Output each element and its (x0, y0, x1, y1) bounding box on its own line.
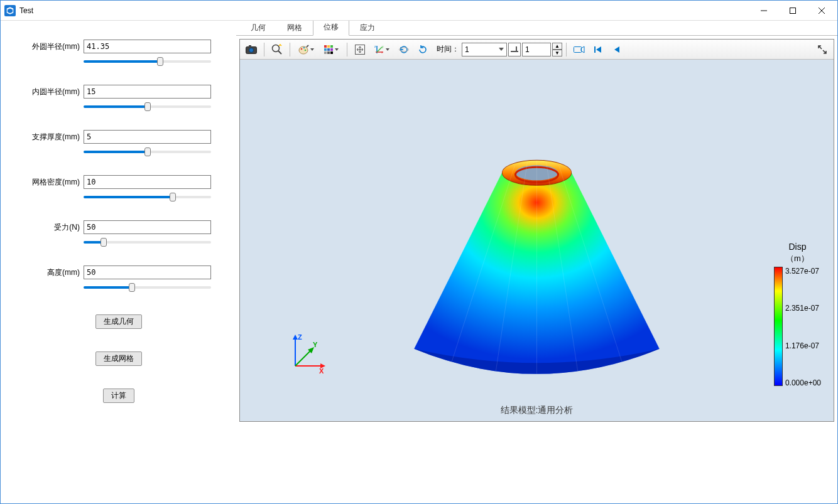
legend-color-bar (774, 267, 783, 386)
param-input[interactable] (84, 130, 211, 144)
axis-triad: Z X Y (284, 333, 328, 377)
param-input[interactable] (84, 265, 211, 279)
param-label: 受力(N) (26, 222, 80, 233)
3d-viewport[interactable]: Z X Y 结果模型:通用分析 Disp （m） (240, 60, 834, 421)
param-input[interactable] (84, 40, 211, 53)
param-label: 外圆半径(mm) (26, 41, 80, 52)
step-size-button[interactable] (508, 43, 521, 56)
param-label: 网格密度(mm) (26, 177, 80, 188)
legend-title: Disp (774, 242, 821, 252)
legend-tick: 3.527e-07 (785, 267, 821, 276)
svg-point-12 (305, 49, 307, 51)
param-3: 网格密度(mm) (26, 175, 211, 201)
param-label: 高度(mm) (26, 267, 80, 278)
tab-网格[interactable]: 网格 (276, 21, 313, 36)
axes-icon[interactable]: xzy (370, 41, 394, 58)
param-input[interactable] (84, 220, 211, 234)
skip-start-icon[interactable] (589, 41, 607, 58)
cube-color-icon[interactable] (319, 41, 343, 58)
param-label: 支撑厚度(mm) (26, 132, 80, 142)
svg-point-10 (301, 48, 303, 50)
generate-geometry-button[interactable]: 生成几何 (95, 314, 142, 329)
tab-应力[interactable]: 应力 (349, 21, 386, 36)
svg-point-7 (273, 45, 280, 51)
maximize-button[interactable] (778, 1, 807, 20)
rotate-ccw-icon[interactable] (395, 41, 413, 58)
svg-marker-46 (293, 335, 298, 340)
legend-tick: 1.176e-07 (785, 341, 821, 350)
camera-icon[interactable] (242, 41, 260, 58)
frame-spinner[interactable]: ▲▼ (552, 43, 562, 56)
close-button[interactable] (807, 1, 836, 20)
play-reverse-icon[interactable] (608, 41, 626, 58)
svg-line-8 (278, 51, 281, 54)
svg-rect-34 (594, 46, 596, 53)
svg-rect-20 (327, 51, 330, 54)
param-slider[interactable] (84, 102, 211, 111)
svg-text:Y: Y (313, 341, 318, 348)
color-legend: Disp （m） 3.527e-072.351e-071.176e-070.00… (774, 242, 821, 387)
generate-mesh-button[interactable]: 生成网格 (95, 351, 142, 366)
legend-tick: 2.351e-07 (785, 304, 821, 313)
param-label: 内圆半径(mm) (26, 87, 80, 97)
svg-rect-1 (790, 8, 796, 13)
svg-rect-18 (330, 48, 333, 51)
param-input[interactable] (84, 175, 211, 189)
title-bar: Test (1, 1, 837, 21)
time-dropdown-value: 1 (465, 45, 469, 54)
minimize-button[interactable] (749, 1, 778, 20)
expand-icon[interactable] (814, 41, 831, 58)
param-slider[interactable] (84, 238, 211, 247)
magnifier-icon[interactable] (268, 41, 286, 58)
svg-rect-15 (330, 45, 333, 48)
param-2: 支撑厚度(mm) (26, 130, 211, 156)
fit-view-icon[interactable] (351, 41, 369, 58)
svg-rect-17 (327, 48, 330, 51)
param-slider[interactable] (84, 147, 211, 156)
app-window: Test 外圆半径(mm)内圆半径(mm)支撑厚度(mm)网格密度(mm)受力(… (0, 0, 838, 504)
param-1: 内圆半径(mm) (26, 85, 211, 111)
main-area: 几何网格位移应力 xzy 时间： 1 (236, 21, 837, 503)
svg-rect-32 (516, 46, 517, 52)
result-model-render (240, 60, 834, 421)
svg-point-5 (249, 48, 254, 52)
viewer-caption: 结果模型:通用分析 (501, 405, 574, 416)
palette-icon[interactable] (294, 41, 318, 58)
rotate-cw-icon[interactable] (414, 41, 432, 58)
svg-rect-21 (330, 51, 333, 54)
viewer-toolbar: xzy 时间： 1 ▲▼ (240, 40, 834, 60)
svg-text:y: y (382, 45, 384, 48)
tab-bar: 几何网格位移应力 (236, 21, 837, 36)
svg-rect-33 (574, 46, 582, 52)
compute-button[interactable]: 计算 (103, 389, 134, 403)
svg-point-11 (303, 46, 305, 48)
parameter-panel: 外圆半径(mm)内圆半径(mm)支撑厚度(mm)网格密度(mm)受力(N)高度(… (1, 21, 236, 503)
svg-rect-13 (324, 45, 327, 48)
svg-rect-14 (327, 45, 330, 48)
svg-rect-6 (249, 45, 251, 47)
svg-text:z: z (374, 45, 376, 48)
legend-tick: 0.000e+00 (785, 378, 821, 387)
param-slider[interactable] (84, 193, 211, 201)
param-0: 外圆半径(mm) (26, 40, 211, 66)
legend-unit: （m） (774, 253, 821, 264)
time-dropdown[interactable]: 1 (462, 43, 507, 56)
svg-rect-16 (324, 48, 327, 51)
time-label: 时间： (437, 44, 459, 55)
param-slider[interactable] (84, 57, 211, 66)
param-slider[interactable] (84, 283, 211, 292)
window-title: Test (19, 6, 33, 15)
svg-rect-31 (511, 51, 518, 52)
svg-line-51 (295, 350, 312, 366)
svg-text:Z: Z (298, 333, 302, 341)
tab-位移[interactable]: 位移 (313, 21, 349, 36)
app-icon (4, 5, 16, 16)
svg-rect-19 (324, 51, 327, 54)
param-4: 受力(N) (26, 220, 211, 247)
frame-input[interactable] (522, 43, 551, 56)
tab-几何[interactable]: 几何 (240, 21, 276, 36)
svg-text:X: X (319, 367, 324, 375)
param-input[interactable] (84, 85, 211, 99)
viewer-frame: xzy 时间： 1 ▲▼ (239, 39, 834, 422)
record-icon[interactable] (570, 41, 588, 58)
